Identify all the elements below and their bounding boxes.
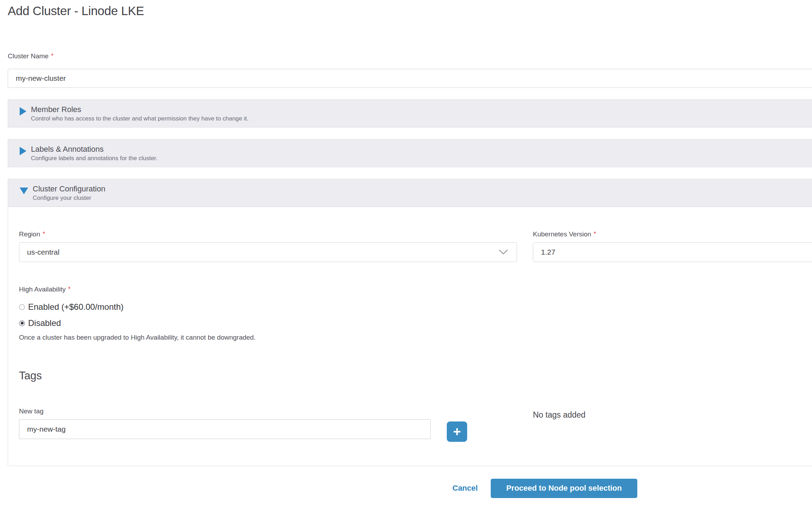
chevron-down-icon — [498, 249, 508, 255]
region-version-row: Region* us-central Kubernetes Version* — [19, 230, 812, 262]
accordion-subtitle: Configure labels and annotations for the… — [31, 155, 157, 162]
cluster-configuration-panel: Region* us-central Kubernetes Version* H… — [8, 207, 812, 466]
accordion-title: Cluster Configuration — [33, 184, 105, 194]
new-tag-field: New tag — [19, 407, 431, 439]
ha-helper-text: Once a cluster has been upgraded to High… — [19, 333, 812, 341]
accordion-member-roles-text: Member Roles Control who has access to t… — [31, 105, 249, 122]
ha-disabled-radio[interactable]: Disabled — [19, 318, 812, 328]
tags-row: New tag + No tags added — [19, 407, 812, 442]
caret-right-icon — [20, 147, 26, 155]
kubernetes-version-input[interactable] — [533, 242, 812, 262]
region-select-value: us-central — [27, 248, 498, 256]
caret-right-icon — [20, 107, 26, 116]
page-title: Add Cluster - Linode LKE — [8, 4, 812, 18]
high-availability-label: High Availability — [19, 286, 66, 293]
new-tag-label: New tag — [19, 407, 44, 415]
footer-actions: Cancel Proceed to Node pool selection — [0, 478, 812, 498]
accordion-cluster-configuration-text: Cluster Configuration Configure your clu… — [33, 184, 105, 202]
required-asterisk: * — [68, 286, 71, 293]
add-cluster-page: Add Cluster - Linode LKE Cluster Name* M… — [0, 0, 812, 517]
cluster-name-label: Cluster Name — [8, 52, 49, 60]
tags-heading: Tags — [19, 369, 812, 382]
no-tags-text: No tags added — [533, 410, 586, 420]
accordion-cluster-configuration-header[interactable]: Cluster Configuration Configure your clu… — [8, 179, 812, 207]
accordion-subtitle: Configure your cluster — [33, 194, 105, 202]
region-select[interactable]: us-central — [19, 242, 517, 262]
required-asterisk: * — [43, 230, 45, 237]
accordion-member-roles-header[interactable]: Member Roles Control who has access to t… — [8, 100, 812, 127]
required-asterisk: * — [51, 52, 53, 59]
required-asterisk: * — [594, 230, 596, 237]
caret-down-icon — [20, 188, 28, 194]
accordion-labels-annotations-text: Labels & Annotations Configure labels an… — [31, 144, 157, 162]
ha-disabled-radio-label: Disabled — [28, 318, 61, 328]
kubernetes-version-label: Kubernetes Version — [533, 230, 591, 238]
high-availability-field: High Availability* Enabled (+$60.00/mont… — [19, 286, 812, 341]
kubernetes-version-field: Kubernetes Version* — [533, 230, 812, 262]
cluster-name-input[interactable] — [8, 69, 812, 88]
ha-enabled-radio-label: Enabled (+$60.00/month) — [28, 302, 124, 312]
proceed-button[interactable]: Proceed to Node pool selection — [491, 479, 637, 498]
region-field: Region* us-central — [19, 230, 517, 262]
radio-checked-icon — [19, 320, 25, 326]
plus-icon: + — [453, 424, 461, 439]
accordion-title: Member Roles — [31, 105, 249, 114]
accordion-member-roles: Member Roles Control who has access to t… — [8, 99, 812, 127]
region-label: Region — [19, 230, 40, 238]
cancel-button[interactable]: Cancel — [452, 484, 478, 493]
cluster-name-field: Cluster Name* — [8, 52, 812, 88]
accordion-title: Labels & Annotations — [31, 144, 157, 154]
accordion-subtitle: Control who has access to the cluster an… — [31, 115, 249, 122]
accordion-labels-annotations: Labels & Annotations Configure labels an… — [8, 139, 812, 167]
accordion-labels-annotations-header[interactable]: Labels & Annotations Configure labels an… — [8, 139, 812, 167]
ha-enabled-radio[interactable]: Enabled (+$60.00/month) — [19, 302, 812, 312]
accordion-cluster-configuration: Cluster Configuration Configure your clu… — [8, 179, 812, 207]
new-tag-input[interactable] — [19, 419, 431, 439]
add-tag-button[interactable]: + — [447, 421, 467, 442]
radio-unchecked-icon — [19, 304, 25, 310]
radio-dot — [21, 322, 24, 325]
